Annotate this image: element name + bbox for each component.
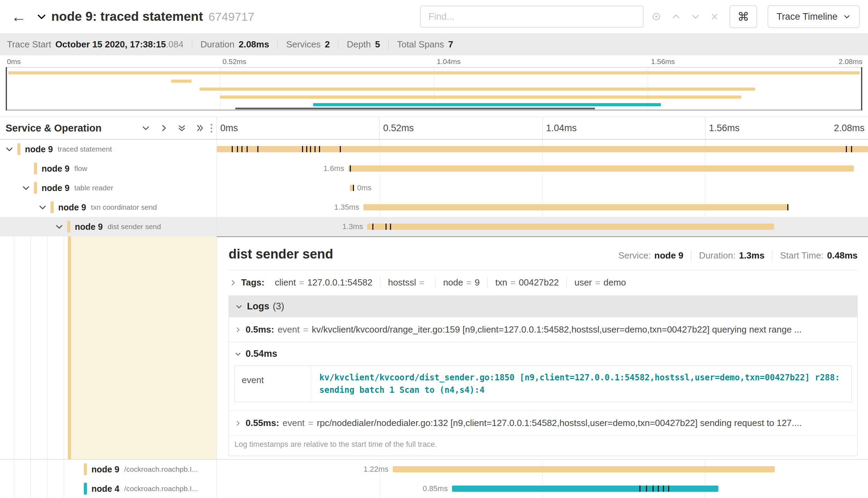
column-resize-handle[interactable]: [211, 124, 212, 133]
span-row[interactable]: node 9 flow 1.6ms: [0, 159, 868, 178]
chevron-down-icon[interactable]: [55, 222, 67, 231]
service-name: node 9: [75, 222, 103, 232]
span-event-tick: [302, 146, 303, 152]
span-name-cell[interactable]: node 9 dist sender send: [0, 217, 216, 236]
span-timeline-cell[interactable]: 1.35ms: [216, 198, 868, 217]
span-duration-label: 1.6ms: [324, 164, 344, 173]
span-id-row: SpanID: 5597415943526560273: [229, 456, 858, 459]
tags-section-toggle[interactable]: Tags: client=127.0.0.1:54582hostssl=node…: [229, 270, 858, 293]
service-name: node 9: [42, 183, 70, 193]
span-timeline-cell[interactable]: 1.22ms: [216, 460, 868, 479]
page-title: node 9: traced statement: [51, 9, 203, 24]
span-row[interactable]: node 9 traced statement: [0, 139, 868, 159]
ruler-tick-label: 1.56ms: [709, 123, 740, 134]
trace-view-selector[interactable]: Trace Timeline: [768, 5, 860, 28]
span-duration-label: 0ms: [357, 183, 372, 192]
span-name-cell[interactable]: node 9 traced statement: [0, 139, 216, 159]
back-button[interactable]: ←: [11, 9, 26, 24]
span-duration-bar[interactable]: [350, 185, 353, 191]
span-event-tick: [241, 146, 242, 152]
collapse-all-icon[interactable]: [177, 124, 186, 133]
span-timeline-cell[interactable]: [216, 139, 868, 159]
span-row-selected[interactable]: node 9 dist sender send 1.3ms: [0, 217, 868, 236]
tags-label: Tags:: [241, 277, 264, 288]
span-duration-label: 1.35ms: [334, 203, 359, 212]
service-name: node 4: [91, 484, 119, 494]
log-entry-toggle[interactable]: 0.55ms: event = rpc/nodedialer/nodediale…: [229, 410, 857, 435]
detail-header[interactable]: dist sender send Service:node 9 Duration…: [229, 247, 858, 262]
expand-one-icon[interactable]: [159, 124, 168, 133]
service-name: node 9: [58, 202, 86, 212]
minimap-span-bar: [313, 103, 661, 106]
span-detail-row: dist sender send Service:node 9 Duration…: [0, 236, 868, 460]
depth-item: Depth 5: [338, 39, 380, 50]
span-duration-bar[interactable]: [452, 486, 718, 492]
span-row[interactable]: node 4 /cockroach.roachpb.I... 0.85ms: [0, 479, 868, 498]
detail-service-value: node 9: [654, 250, 683, 261]
span-duration-bar[interactable]: [393, 466, 775, 472]
tags-list: client=127.0.0.1:54582hostssl=node=9txn=…: [267, 277, 634, 288]
log-timestamp: 0.54ms: [246, 348, 277, 359]
span-row[interactable]: node 9 txn coordinator send 1.35ms: [0, 198, 868, 217]
span-timeline-cell[interactable]: 1.6ms: [216, 159, 868, 178]
find-nav-group: [651, 11, 719, 22]
minimap-canvas[interactable]: [6, 67, 862, 110]
tag-item: user=demo: [566, 277, 634, 288]
trace-minimap: 0ms 0.52ms 1.04ms 1.56ms 2.08ms: [0, 55, 868, 110]
span-name-cell[interactable]: node 9 /cockroach.roachpb.I...: [0, 460, 216, 479]
chevron-down-icon[interactable]: [5, 145, 17, 154]
tag-item: node=9: [435, 277, 487, 288]
log-entry-toggle[interactable]: 0.5ms: event = kv/kvclient/kvcoord/range…: [229, 317, 857, 342]
span-duration-bar[interactable]: [363, 204, 789, 210]
next-result-icon[interactable]: [691, 12, 700, 21]
span-row[interactable]: node 9 table reader 0ms: [0, 178, 868, 198]
span-timeline-cell[interactable]: 0ms: [216, 178, 868, 198]
span-event-tick: [653, 486, 654, 492]
span-name-cell[interactable]: node 9 flow: [0, 159, 216, 178]
span-event-tick: [639, 486, 640, 492]
span-event-tick: [386, 224, 387, 230]
chevron-down-icon: [843, 13, 851, 20]
chevron-down-icon[interactable]: [38, 203, 51, 212]
operation-name: flow: [74, 164, 87, 173]
span-timeline-cell[interactable]: 0.85ms: [216, 479, 868, 498]
tag-item: hostssl=: [380, 277, 435, 288]
span-rows: node 9 traced statement node 9 flow 1.6m…: [0, 139, 868, 498]
minimap-tick-label: 0.52ms: [223, 57, 247, 66]
minimap-tick-label: 0ms: [7, 57, 21, 66]
total-spans-item: Total Spans 7: [388, 39, 453, 50]
keyboard-shortcuts-button[interactable]: ⌘: [729, 5, 757, 28]
collapse-trace-header-icon[interactable]: [36, 11, 47, 22]
span-name-cell[interactable]: node 9 table reader: [0, 178, 216, 198]
minimap-right-scrubber[interactable]: [861, 67, 862, 110]
span-name-cell[interactable]: node 9 txn coordinator send: [0, 198, 216, 217]
service-color-bar: [67, 221, 70, 233]
span-row[interactable]: node 9 /cockroach.roachpb.I... 1.22ms: [0, 460, 868, 479]
ruler-tick-label: 2.08ms: [834, 123, 865, 134]
span-duration-bar[interactable]: [367, 224, 774, 230]
span-event-tick: [663, 486, 664, 492]
span-event-tick: [846, 146, 847, 152]
clear-search-icon[interactable]: [710, 12, 719, 21]
span-timeline-cell[interactable]: 1.3ms: [216, 217, 868, 236]
prev-result-icon[interactable]: [671, 12, 681, 21]
duration-item: Duration 2.08ms: [192, 39, 269, 50]
log-entry-toggle[interactable]: 0.54ms: [229, 342, 857, 363]
collapse-one-icon[interactable]: [141, 124, 150, 133]
detail-indent-column: [0, 236, 216, 459]
trace-start-label: Trace Start: [7, 39, 51, 50]
minimap-left-scrubber[interactable]: [6, 67, 7, 110]
tag-item: client=127.0.0.1:54582: [267, 277, 380, 288]
logs-section-toggle[interactable]: Logs (3): [229, 296, 857, 317]
find-input[interactable]: [420, 6, 644, 28]
expand-all-icon[interactable]: [195, 124, 204, 133]
trace-start-value: October 15 2020, 17:38:15: [55, 39, 166, 50]
locate-span-icon[interactable]: [651, 11, 662, 22]
span-duration-bar[interactable]: [348, 165, 854, 172]
span-name-cell[interactable]: node 4 /cockroach.roachpb.I...: [0, 479, 216, 498]
chevron-down-icon[interactable]: [21, 183, 34, 192]
log-timestamp: 0.5ms:: [246, 324, 274, 335]
operation-name: txn coordinator send: [91, 203, 157, 211]
service-color-bar: [34, 163, 37, 174]
minimap-tick-label: 1.04ms: [437, 57, 461, 66]
